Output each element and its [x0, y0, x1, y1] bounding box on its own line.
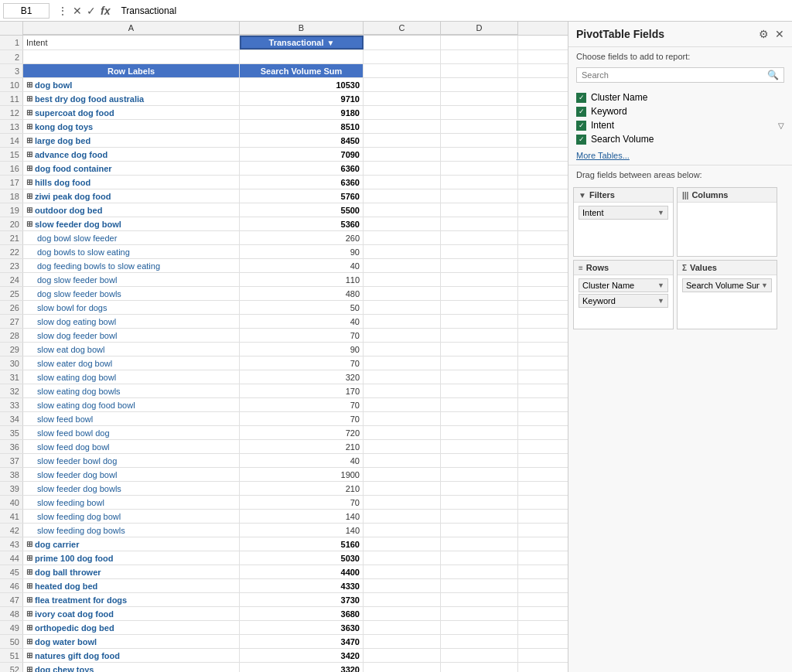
table-row[interactable]: 48 ⊞ivory coat dog food 3680 — [0, 607, 568, 621]
table-row[interactable]: 41 slow feeding dog bowl 140 — [0, 510, 568, 524]
cell-b[interactable]: 3630 — [240, 621, 364, 634]
cell-c[interactable] — [364, 496, 441, 509]
cell-a[interactable]: slow feeder bowl dog — [23, 454, 240, 467]
cell-b[interactable]: 40 — [240, 454, 364, 467]
cell-b[interactable]: 3470 — [240, 635, 364, 648]
expand-icon[interactable]: ⊞ — [26, 609, 32, 618]
cell-d[interactable] — [441, 329, 518, 342]
cell-c[interactable] — [364, 287, 441, 300]
pivot-area-content[interactable]: Intent ▼ — [574, 203, 673, 256]
table-row[interactable]: 16 ⊞dog food container 6360 — [0, 162, 568, 176]
cell-c[interactable] — [364, 579, 441, 592]
cell-d[interactable] — [441, 607, 518, 620]
cell-c[interactable] — [364, 78, 441, 91]
table-row[interactable]: 10 ⊞dog bowl 10530 — [0, 78, 568, 92]
cell-b[interactable]: 5030 — [240, 551, 364, 565]
table-row[interactable]: 46 ⊞heated dog bed 4330 — [0, 579, 568, 593]
cell-a[interactable]: slow feeder dog bowl — [23, 468, 240, 481]
cell-d[interactable] — [441, 217, 518, 230]
cell-a[interactable]: slow eat dog bowl — [23, 343, 240, 356]
area-chip-select[interactable]: Intent — [582, 208, 656, 217]
expand-icon[interactable]: ⊞ — [26, 150, 32, 159]
cell-a[interactable]: ⊞prime 100 dog food — [23, 551, 240, 565]
cell-a[interactable] — [23, 50, 240, 63]
table-row[interactable]: 19 ⊞outdoor dog bed 5500 — [0, 203, 568, 217]
cell-a[interactable]: slow dog feeder bowl — [23, 329, 240, 342]
cell-d[interactable] — [441, 454, 518, 467]
cell-c[interactable] — [364, 162, 441, 175]
cell-d[interactable] — [441, 287, 518, 300]
cell-d[interactable] — [441, 496, 518, 509]
area-chip[interactable]: Search Volume Sum ▼ — [682, 278, 772, 292]
table-row[interactable]: 17 ⊞hills dog food 6360 — [0, 176, 568, 189]
cell-c[interactable] — [364, 482, 441, 495]
cell-b[interactable]: 3420 — [240, 649, 364, 662]
cell-d[interactable] — [441, 593, 518, 606]
cell-c[interactable] — [364, 203, 441, 217]
function-icon[interactable]: fx — [101, 5, 110, 17]
cell-c[interactable] — [364, 64, 441, 77]
area-chip[interactable]: Intent ▼ — [579, 206, 668, 220]
area-chip-select[interactable]: Keyword — [582, 296, 656, 305]
cell-a[interactable]: ⊞ziwi peak dog food — [23, 189, 240, 203]
expand-icon[interactable]: ⊞ — [26, 220, 32, 228]
cell-a[interactable]: ⊞best dry dog food australia — [23, 92, 240, 105]
cell-a[interactable]: slow feeding dog bowls — [23, 524, 240, 537]
cell-a[interactable]: ⊞supercoat dog food — [23, 106, 240, 119]
cell-b[interactable]: 70 — [240, 329, 364, 342]
table-row[interactable]: 45 ⊞dog ball thrower 4400 — [0, 565, 568, 579]
cell-b[interactable]: 40 — [240, 259, 364, 272]
area-chip[interactable]: Keyword ▼ — [579, 294, 668, 308]
pivot-settings-icon[interactable]: ⚙ — [759, 28, 769, 40]
cell-b[interactable]: 140 — [240, 510, 364, 523]
table-row[interactable]: 30 slow eater dog bowl 70 — [0, 356, 568, 370]
cell-b[interactable]: 5160 — [240, 537, 364, 551]
cell-d[interactable] — [441, 203, 518, 217]
cell-c[interactable] — [364, 426, 441, 439]
cell-c[interactable] — [364, 329, 441, 342]
cell-c[interactable] — [364, 356, 441, 370]
expand-icon[interactable]: ⊞ — [26, 665, 32, 672]
cell-d[interactable] — [441, 78, 518, 91]
cell-d[interactable] — [441, 106, 518, 119]
pivot-area-filters[interactable]: ▼ Filters Intent ▼ — [573, 187, 674, 257]
table-row[interactable]: 35 slow feed bowl dog 720 — [0, 426, 568, 440]
col-header-c[interactable]: C — [364, 22, 441, 35]
cell-d[interactable] — [441, 663, 518, 672]
cell-d[interactable] — [441, 259, 518, 272]
cell-b[interactable]: 210 — [240, 440, 364, 453]
cell-c[interactable] — [364, 176, 441, 189]
table-row[interactable]: 25 dog slow feeder bowls 480 — [0, 287, 568, 301]
cell-c[interactable] — [364, 384, 441, 397]
cell-b[interactable]: 8510 — [240, 120, 364, 133]
cell-c[interactable] — [364, 398, 441, 411]
cell-d[interactable] — [441, 343, 518, 356]
confirm-formula-icon[interactable]: ✓ — [87, 5, 96, 17]
table-row[interactable]: 42 slow feeding dog bowls 140 — [0, 524, 568, 537]
cell-c[interactable] — [364, 593, 441, 606]
cell-b[interactable]: 110 — [240, 273, 364, 286]
cell-d[interactable] — [441, 412, 518, 425]
cell-c[interactable] — [364, 370, 441, 384]
cell-b[interactable]: 320 — [240, 370, 364, 384]
cell-b[interactable]: 70 — [240, 398, 364, 411]
table-row[interactable]: 36 slow feed dog bowl 210 — [0, 440, 568, 454]
cell-a[interactable]: dog bowl slow feeder — [23, 231, 240, 244]
cell-d[interactable] — [441, 370, 518, 384]
cell-b[interactable]: Transactional▼ — [240, 36, 364, 49]
cell-a[interactable]: ⊞dog food container — [23, 162, 240, 175]
cell-d[interactable] — [441, 510, 518, 523]
pivot-search-box[interactable]: 🔍 — [576, 67, 784, 83]
cell-c[interactable] — [364, 301, 441, 314]
cell-c[interactable] — [364, 245, 441, 258]
table-row[interactable]: 52 ⊞dog chew toys 3320 — [0, 663, 568, 672]
data-area[interactable]: 1 Intent Transactional▼ 2 3 Row Labels S… — [0, 36, 568, 672]
cell-a[interactable]: slow feed dog bowl — [23, 440, 240, 453]
expand-icon[interactable]: ⊞ — [26, 122, 32, 131]
table-row[interactable]: 3 Row Labels Search Volume Sum — [0, 64, 568, 78]
cell-c[interactable] — [364, 259, 441, 272]
expand-icon[interactable]: ⊞ — [26, 568, 32, 576]
cell-c[interactable] — [364, 524, 441, 537]
more-tables-link[interactable]: More Tables... — [568, 149, 792, 165]
cell-a[interactable]: ⊞orthopedic dog bed — [23, 621, 240, 634]
